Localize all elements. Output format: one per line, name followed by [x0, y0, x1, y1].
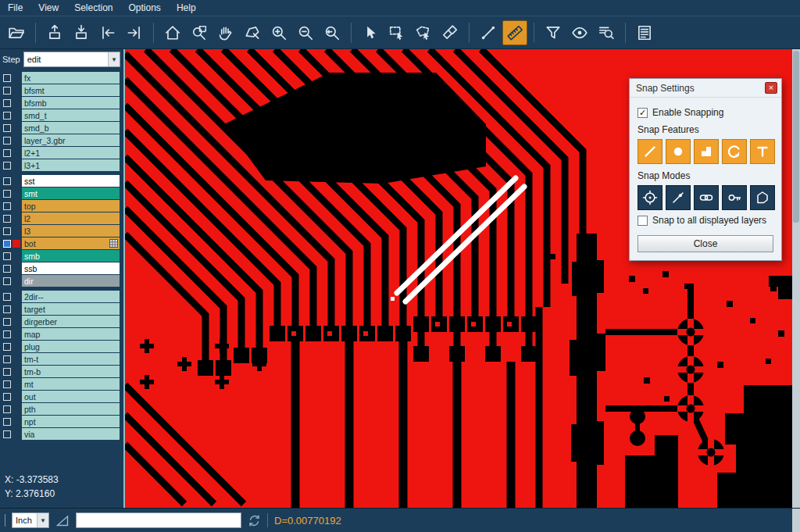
- layer-visibility-checkbox[interactable]: [3, 202, 11, 210]
- zoom-window-button[interactable]: [187, 20, 212, 45]
- layer-out[interactable]: out: [22, 391, 120, 402]
- layer-row-smd_t[interactable]: smd_t: [0, 109, 123, 121]
- layer-npt[interactable]: npt: [22, 416, 120, 427]
- layer-via[interactable]: via: [22, 428, 120, 440]
- layer-row-bfsmb[interactable]: bfsmb: [0, 97, 123, 109]
- layer-row-via[interactable]: via: [0, 428, 123, 440]
- pan-hand-button[interactable]: [213, 20, 238, 45]
- unit-dropdown[interactable]: Inch ▾: [12, 512, 49, 528]
- layer-bot[interactable]: bot: [22, 237, 120, 249]
- layer-fx[interactable]: fx: [22, 72, 120, 84]
- layer-pth[interactable]: pth: [22, 403, 120, 415]
- layer-visibility-checkbox[interactable]: [3, 293, 11, 301]
- zoom-previous-button[interactable]: [320, 20, 345, 45]
- layer-dir[interactable]: dir: [22, 275, 120, 287]
- snap-feature-line-button[interactable]: [638, 139, 662, 164]
- hatch-tiles-button[interactable]: [438, 20, 462, 45]
- layer-row-l2[interactable]: l2: [0, 212, 123, 224]
- layer-row-sst[interactable]: sst: [0, 175, 123, 187]
- snap-mode-link-button[interactable]: [694, 185, 719, 210]
- layer-visibility-checkbox[interactable]: [3, 112, 11, 120]
- layer-row-top[interactable]: top: [0, 200, 123, 212]
- layer-visibility-checkbox[interactable]: [3, 393, 11, 401]
- pointer-button[interactable]: [358, 20, 383, 45]
- layer-visibility-checkbox[interactable]: [3, 405, 11, 413]
- layer-row-l2+1[interactable]: l2+1: [0, 147, 123, 159]
- home-button[interactable]: [160, 20, 185, 45]
- layer-l2[interactable]: l2: [22, 212, 120, 224]
- snap-mode-nearest-button[interactable]: [666, 185, 691, 210]
- layer-row-smb[interactable]: smb: [0, 250, 123, 262]
- layer-visibility-checkbox[interactable]: [3, 87, 11, 95]
- zoom-in-button[interactable]: [266, 20, 291, 45]
- layer-bfsmt[interactable]: bfsmt: [22, 84, 120, 96]
- close-button[interactable]: Close: [638, 235, 773, 252]
- find-text-button[interactable]: [594, 20, 619, 45]
- snap-mode-vertex-button[interactable]: [750, 185, 775, 210]
- layer-dirgerber[interactable]: dirgerber: [22, 316, 120, 327]
- layer-visibility-checkbox[interactable]: [3, 240, 11, 248]
- arrow-out-right-button[interactable]: [122, 20, 147, 45]
- menu-selection[interactable]: Selection: [66, 1, 120, 15]
- layer-tm-b[interactable]: tm-b: [22, 366, 120, 377]
- layer-top[interactable]: top: [22, 200, 120, 212]
- layer-visibility-checkbox[interactable]: [3, 343, 11, 351]
- layer-row-target[interactable]: target: [0, 303, 123, 315]
- snap-feature-pad-button[interactable]: [666, 139, 691, 164]
- layer-row-pth[interactable]: pth: [0, 403, 123, 415]
- layer-row-tm-t[interactable]: tm-t: [0, 353, 123, 365]
- enable-snapping-checkbox[interactable]: ✓ Enable Snapping: [638, 107, 773, 118]
- arrow-in-left-button[interactable]: [95, 20, 120, 45]
- snap-all-layers-checkbox[interactable]: Snap to all displayed layers: [638, 215, 773, 226]
- layer-mt[interactable]: mt: [22, 378, 120, 390]
- layer-tm-t[interactable]: tm-t: [22, 353, 120, 365]
- import-down-button[interactable]: [69, 20, 94, 45]
- layer-row-2dir--[interactable]: 2dir--: [0, 291, 123, 302]
- layer-visibility-checkbox[interactable]: [3, 305, 11, 313]
- chevron-down-icon[interactable]: ▾: [108, 52, 120, 66]
- layer-l3[interactable]: l3: [22, 225, 120, 237]
- snap-mode-key-button[interactable]: [722, 185, 747, 210]
- layer-row-dirgerber[interactable]: dirgerber: [0, 316, 123, 327]
- layer-row-bot[interactable]: bot: [0, 237, 123, 249]
- snap-feature-arc-button[interactable]: [722, 139, 747, 164]
- layer-ssb[interactable]: ssb: [22, 262, 120, 274]
- layer-visibility-checkbox[interactable]: [3, 74, 11, 82]
- layer-visibility-checkbox[interactable]: [3, 227, 11, 235]
- dialog-titlebar[interactable]: Snap Settings ×: [630, 79, 781, 98]
- layer-plug[interactable]: plug: [22, 341, 120, 352]
- layer-visibility-checkbox[interactable]: [3, 177, 11, 185]
- layer-l2+1[interactable]: l2+1: [22, 147, 120, 159]
- refresh-icon[interactable]: [248, 514, 261, 527]
- layer-layer_3.gbr[interactable]: layer_3.gbr: [22, 134, 120, 146]
- layer-row-plug[interactable]: plug: [0, 341, 123, 352]
- measure-line-button[interactable]: [476, 20, 501, 45]
- open-folder-button[interactable]: [4, 20, 29, 45]
- layer-row-bfsmt[interactable]: bfsmt: [0, 84, 123, 96]
- layer-smd_b[interactable]: smd_b: [22, 122, 120, 134]
- snap-feature-corner-button[interactable]: [694, 139, 719, 164]
- layer-target[interactable]: target: [22, 303, 120, 315]
- select-polygon-button[interactable]: [411, 20, 436, 45]
- layer-row-smd_b[interactable]: smd_b: [0, 122, 123, 134]
- snap-mode-center-button[interactable]: [638, 185, 662, 210]
- layer-visibility-checkbox[interactable]: [3, 318, 11, 326]
- highlight-eye-button[interactable]: [567, 20, 592, 45]
- layer-row-layer_3.gbr[interactable]: layer_3.gbr: [0, 134, 123, 146]
- close-icon[interactable]: ×: [765, 82, 777, 94]
- chevron-down-icon[interactable]: ▾: [37, 513, 48, 527]
- layer-smt[interactable]: smt: [22, 187, 120, 199]
- report-list-button[interactable]: [632, 20, 657, 45]
- menu-file[interactable]: File: [0, 1, 30, 15]
- layer-row-smt[interactable]: smt: [0, 187, 123, 199]
- layer-visibility-checkbox[interactable]: [3, 430, 11, 438]
- layer-visibility-checkbox[interactable]: [3, 330, 11, 338]
- layer-row-map[interactable]: map: [0, 328, 123, 340]
- layer-visibility-checkbox[interactable]: [3, 252, 11, 260]
- draw-polygon-button[interactable]: [240, 20, 265, 45]
- menu-options[interactable]: Options: [121, 1, 169, 15]
- layer-visibility-checkbox[interactable]: [3, 190, 11, 198]
- filter-funnel-button[interactable]: [541, 20, 566, 45]
- layer-smd_t[interactable]: smd_t: [22, 109, 120, 121]
- layer-visibility-checkbox[interactable]: [3, 215, 11, 223]
